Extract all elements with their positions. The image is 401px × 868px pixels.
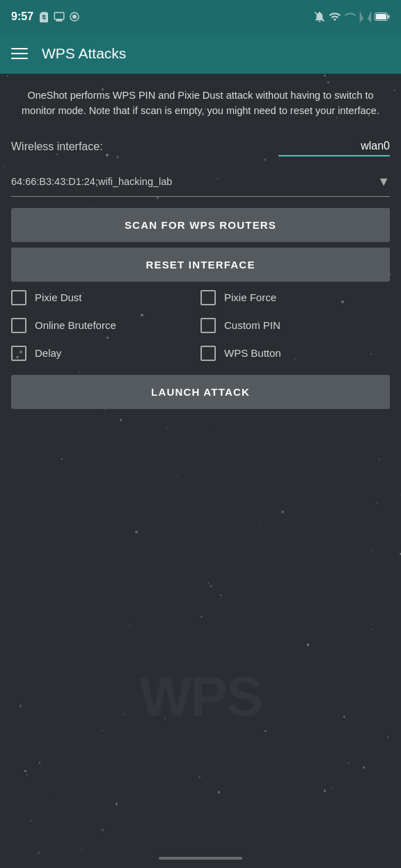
checkbox-custom-pin-box[interactable] [200,318,216,333]
ghost-overlay: WPS [0,665,401,729]
circle-icon [68,10,81,23]
launch-attack-button[interactable]: LAUNCH ATTACK [11,375,390,409]
bell-mute-icon [313,10,326,23]
status-bar: 9:57 [0,0,401,33]
svg-rect-5 [388,15,390,19]
checkbox-delay-label: Delay [35,347,61,359]
network-dropdown[interactable]: 64:66:B3:43:D1:24;wifi_hacking_lab ▼ [11,168,390,197]
checkbox-pixie-force-box[interactable] [200,290,216,305]
hamburger-button[interactable] [11,48,28,59]
checkbox-custom-pin-label: Custom PIN [224,319,281,331]
checkboxes-section: Pixie Dust Pixie Force Online Bruteforce… [11,290,390,361]
checkbox-delay-box[interactable] [11,346,26,361]
checkbox-wps-button-label: WPS Button [224,347,281,359]
interface-input[interactable] [278,137,390,156]
network-dropdown-row: 64:66:B3:43:D1:24;wifi_hacking_lab ▼ [11,168,390,197]
signal2-icon [359,10,372,23]
checkbox-online-bruteforce-label: Online Bruteforce [35,319,116,331]
checkbox-online-bruteforce[interactable]: Online Bruteforce [11,318,200,333]
app-bar: WPS Attacks [0,33,401,74]
checkbox-pixie-dust-label: Pixie Dust [35,291,82,303]
checkbox-pixie-force-label: Pixie Force [224,291,276,303]
network-dropdown-value: 64:66:B3:43:D1:24;wifi_hacking_lab [11,176,172,187]
checkbox-delay[interactable]: Delay [11,346,200,361]
no-sim-icon [38,10,50,23]
chevron-down-icon: ▼ [377,175,390,189]
home-indicator [159,857,242,860]
checkbox-custom-pin[interactable]: Custom PIN [200,318,390,333]
checkbox-wps-button[interactable]: WPS Button [200,346,390,361]
battery-icon [375,12,390,22]
interface-row: Wireless interface: [0,130,401,168]
reset-interface-button[interactable]: RESET INTERFACE [11,248,390,282]
svg-point-1 [72,15,77,19]
wifi-icon [329,10,341,23]
interface-label: Wireless interface: [11,140,103,153]
checkbox-online-bruteforce-box[interactable] [11,318,26,333]
signal-icon [344,10,356,23]
checkbox-wps-button-box[interactable] [200,346,216,361]
checkbox-pixie-force[interactable]: Pixie Force [200,290,390,305]
description-text: OneShot performs WPS PIN and Pixie Dust … [0,74,401,130]
screen-icon [53,10,65,23]
scan-button[interactable]: SCAN FOR WPS ROUTERS [11,208,390,242]
svg-rect-4 [376,14,386,19]
status-icons-right [313,10,390,23]
checkbox-pixie-dust-box[interactable] [11,290,26,305]
status-icons-left [38,10,81,23]
status-left: 9:57 [11,10,81,23]
status-time: 9:57 [11,10,33,23]
app-title: WPS Attacks [42,45,126,62]
checkbox-pixie-dust[interactable]: Pixie Dust [11,290,200,305]
